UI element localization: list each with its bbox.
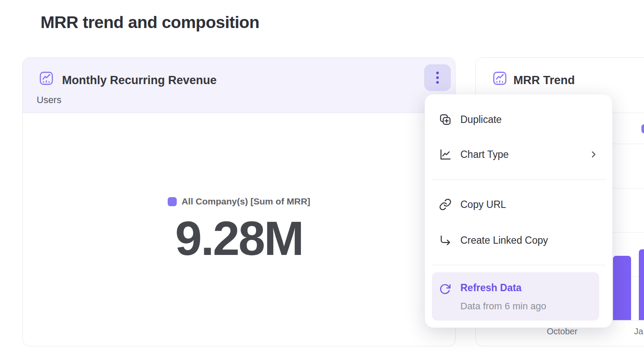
refresh-data-sublabel: Data from 6 min ago: [460, 301, 546, 312]
dashboard-screen: MRR trend and composition Monthly Recurr…: [0, 0, 644, 352]
link-icon: [439, 198, 452, 211]
menu-item-label: Copy URL: [460, 199, 506, 211]
chart-widget-icon: [492, 70, 508, 86]
menu-item-label: Chart Type: [460, 149, 509, 160]
menu-item-label: Create Linked Copy: [460, 235, 548, 246]
chevron-right-icon: [589, 150, 598, 159]
legend-swatch: [168, 197, 177, 206]
card-menu-button[interactable]: [424, 64, 451, 91]
linked-copy-icon: [439, 234, 452, 247]
menu-item-label: Duplicate: [460, 114, 502, 126]
bar-october[interactable]: [613, 256, 631, 320]
mrr-card: Monthly Recurring Revenue Users All Comp…: [22, 57, 456, 346]
trend-legend-swatch: [641, 124, 644, 133]
menu-item-copy-url[interactable]: Copy URL: [425, 191, 612, 218]
mrr-big-number: 9.28M: [175, 214, 303, 263]
mrr-card-header: Monthly Recurring Revenue Users: [23, 58, 455, 113]
x-axis-label-october: October: [532, 327, 592, 336]
menu-item-refresh-data[interactable]: Refresh Data Data from 6 min ago: [432, 272, 599, 321]
mrr-legend: All Company(s) [Sum of MRR]: [168, 196, 310, 207]
chart-type-icon: [439, 148, 452, 161]
mrr-card-subtitle: Users: [37, 94, 61, 106]
mrr-card-title: Monthly Recurring Revenue: [62, 74, 217, 87]
menu-item-chart-type[interactable]: Chart Type: [425, 141, 612, 168]
refresh-icon: [439, 283, 451, 295]
duplicate-icon: [439, 113, 452, 126]
legend-label: All Company(s) [Sum of MRR]: [181, 196, 310, 207]
trend-card-title: MRR Trend: [513, 74, 575, 87]
chart-widget-icon: [38, 70, 54, 86]
menu-divider: [432, 265, 606, 265]
refresh-data-label: Refresh Data: [460, 282, 522, 294]
menu-item-duplicate[interactable]: Duplicate: [425, 106, 612, 133]
page-title: MRR trend and composition: [41, 13, 259, 32]
bar-january[interactable]: [639, 249, 644, 320]
menu-divider: [432, 179, 606, 180]
kebab-icon: [436, 72, 439, 74]
menu-item-create-linked-copy[interactable]: Create Linked Copy: [425, 226, 612, 254]
mrr-card-body: All Company(s) [Sum of MRR] 9.28M: [23, 113, 455, 346]
card-context-menu: Duplicate Chart Type: [425, 94, 613, 328]
x-axis-label-partial: Ja: [634, 327, 643, 336]
